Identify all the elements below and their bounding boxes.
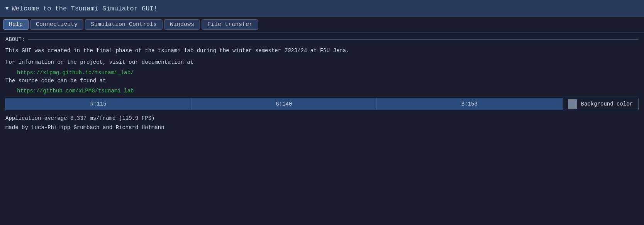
color-swatch — [568, 99, 577, 109]
collapse-arrow-icon[interactable]: ▼ — [5, 5, 8, 12]
about-section-header: ABOUT: — [5, 36, 639, 43]
tab-bar: Help Connectivity Simulation Controls Wi… — [0, 17, 644, 32]
g-channel-button[interactable]: G:140 — [192, 98, 377, 110]
about-link2[interactable]: https://github.com/xLPMG/tsunami_lab — [17, 88, 639, 94]
background-color-label: Background color — [581, 101, 633, 107]
content-area: ABOUT: This GUI was created in the final… — [0, 32, 644, 136]
window-title: Welcome to the Tsunami Simulator GUI! — [12, 5, 157, 12]
about-line3: The source code can be found at — [5, 77, 639, 86]
tab-connectivity[interactable]: Connectivity — [30, 19, 83, 30]
about-label: ABOUT: — [5, 36, 25, 43]
tab-simulation-controls[interactable]: Simulation Controls — [85, 19, 163, 30]
b-channel-button[interactable]: B:153 — [377, 98, 563, 110]
background-color-section[interactable]: Background color — [563, 98, 639, 110]
about-line2: For information on the project, visit ou… — [5, 58, 639, 67]
tab-help[interactable]: Help — [3, 19, 29, 30]
about-line1: This GUI was created in the final phase … — [5, 46, 639, 56]
color-bar: R:115 G:140 B:153 Background color — [5, 98, 639, 110]
about-link1[interactable]: https://xlpmg.github.io/tsunami_lab/ — [17, 70, 639, 76]
section-divider — [28, 39, 639, 40]
tab-windows[interactable]: Windows — [164, 19, 200, 30]
tab-file-transfer[interactable]: File transfer — [202, 19, 258, 30]
r-channel-button[interactable]: R:115 — [5, 98, 192, 110]
title-bar: ▼ Welcome to the Tsunami Simulator GUI! — [0, 0, 644, 17]
fps-line: Application average 8.337 ms/frame (119.… — [5, 114, 639, 123]
credits-line: made by Luca-Philipp Grumbach and Richar… — [5, 123, 639, 133]
